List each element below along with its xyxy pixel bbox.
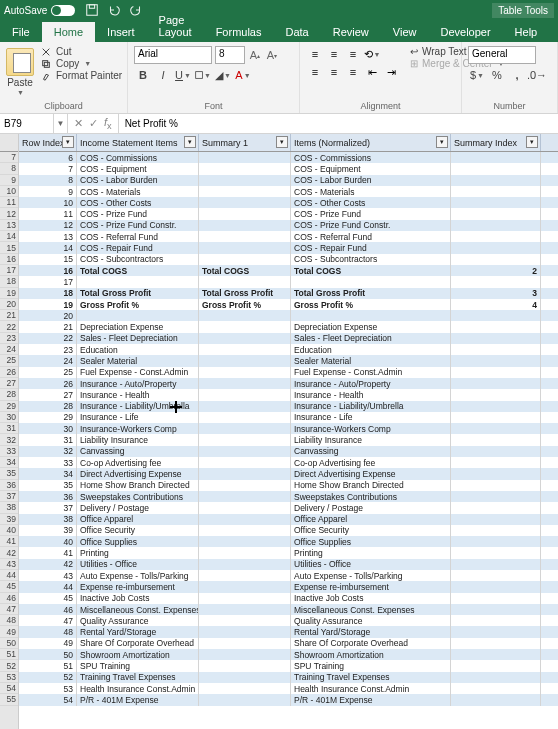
row-header[interactable]: 29 <box>0 401 18 412</box>
cell[interactable]: Insurance - Liability/Umbrella <box>77 401 199 412</box>
cell[interactable] <box>77 310 199 321</box>
cell[interactable] <box>199 581 291 592</box>
cell[interactable]: Fuel Expense - Const.Admin <box>77 367 199 378</box>
cell[interactable]: Fuel Expense - Const.Admin <box>291 367 451 378</box>
cell[interactable] <box>199 593 291 604</box>
cell[interactable] <box>199 446 291 457</box>
cell[interactable]: COS - Commissions <box>77 152 199 163</box>
tab-developer[interactable]: Developer <box>428 22 502 42</box>
cell[interactable]: 50 <box>19 649 77 660</box>
cell[interactable] <box>451 581 541 592</box>
cell[interactable]: Office Apparel <box>291 514 451 525</box>
filter-dropdown-icon[interactable]: ▾ <box>184 136 196 148</box>
cell[interactable]: COS - Prize Fund Constr. <box>291 220 451 231</box>
decrease-font-icon[interactable]: A▾ <box>265 48 279 62</box>
cell[interactable]: COS - Commissions <box>291 152 451 163</box>
cell[interactable]: 9 <box>19 186 77 197</box>
align-bottom-button[interactable]: ≡ <box>344 46 362 62</box>
cell[interactable]: 16 <box>19 265 77 276</box>
row-header[interactable]: 44 <box>0 570 18 581</box>
cell[interactable]: 42 <box>19 559 77 570</box>
tab-formulas[interactable]: Formulas <box>204 22 274 42</box>
cell[interactable]: Education <box>77 344 199 355</box>
cell[interactable]: Depreciation Expense <box>77 321 199 332</box>
cell[interactable]: Share Of Corporate Overhead <box>77 638 199 649</box>
row-header[interactable]: 40 <box>0 525 18 536</box>
cell[interactable]: 2 <box>451 265 541 276</box>
cell[interactable]: 43 <box>19 570 77 581</box>
cell[interactable] <box>451 175 541 186</box>
cell[interactable] <box>199 683 291 694</box>
cell[interactable] <box>451 321 541 332</box>
cell[interactable] <box>199 525 291 536</box>
align-top-button[interactable]: ≡ <box>306 46 324 62</box>
cell[interactable]: 3 <box>451 288 541 299</box>
cell[interactable] <box>199 514 291 525</box>
cell[interactable]: Delivery / Postage <box>77 502 199 513</box>
cell[interactable] <box>451 468 541 479</box>
filter-dropdown-icon[interactable]: ▾ <box>526 136 538 148</box>
cell[interactable]: COS - Repair Fund <box>291 242 451 253</box>
cell[interactable] <box>199 604 291 615</box>
row-header[interactable]: 36 <box>0 480 18 491</box>
cell[interactable]: Insurance - Life <box>291 412 451 423</box>
cell[interactable] <box>451 163 541 174</box>
cell[interactable] <box>451 638 541 649</box>
cell[interactable] <box>291 310 451 321</box>
cell[interactable] <box>199 638 291 649</box>
cell[interactable]: Share Of Corporate Overhead <box>291 638 451 649</box>
row-header[interactable]: 49 <box>0 626 18 637</box>
cell[interactable]: Depreciation Expense <box>291 321 451 332</box>
cell[interactable] <box>451 491 541 502</box>
row-header[interactable]: 8 <box>0 163 18 174</box>
cell[interactable]: Miscellaneous Const. Expenses <box>77 604 199 615</box>
cell[interactable]: Co-op Advertising fee <box>291 457 451 468</box>
row-header[interactable]: 10 <box>0 186 18 197</box>
cell[interactable]: Delivery / Postage <box>291 502 451 513</box>
font-name-select[interactable]: Arial <box>134 46 212 64</box>
cell[interactable]: P/R - 401M Expense <box>77 694 199 705</box>
cell[interactable]: Health Insurance Const.Admin <box>291 683 451 694</box>
cell[interactable]: COS - Other Costs <box>291 197 451 208</box>
increase-font-icon[interactable]: A▴ <box>248 48 262 62</box>
row-header[interactable]: 32 <box>0 434 18 445</box>
cell[interactable]: Showroom Amortization <box>77 649 199 660</box>
cell[interactable]: Education <box>291 344 451 355</box>
cell[interactable]: Expense re-imbursement <box>77 581 199 592</box>
cell[interactable]: COS - Equipment <box>77 163 199 174</box>
cut-button[interactable]: Cut <box>38 46 124 57</box>
cell[interactable] <box>199 378 291 389</box>
cell[interactable] <box>199 423 291 434</box>
copy-button[interactable]: Copy▼ <box>38 58 124 69</box>
cell[interactable] <box>451 389 541 400</box>
cell[interactable]: Insurance - Health <box>77 389 199 400</box>
cell[interactable]: Sales - Fleet Depreciation <box>291 333 451 344</box>
cell[interactable]: P/R - 401M Expense <box>291 694 451 705</box>
cancel-formula-icon[interactable]: ✕ <box>74 117 83 130</box>
filter-dropdown-icon[interactable]: ▾ <box>62 136 74 148</box>
paste-button[interactable]: Paste ▼ <box>6 46 34 96</box>
cell[interactable] <box>451 615 541 626</box>
bold-button[interactable]: B <box>134 66 152 84</box>
cell[interactable] <box>451 423 541 434</box>
cell[interactable] <box>451 547 541 558</box>
currency-button[interactable]: $▼ <box>468 66 486 84</box>
cell[interactable] <box>199 434 291 445</box>
cell[interactable]: Utilities - Office <box>291 559 451 570</box>
row-header[interactable]: 33 <box>0 446 18 457</box>
cell[interactable]: COS - Referral Fund <box>291 231 451 242</box>
cell[interactable]: 52 <box>19 672 77 683</box>
cell[interactable]: 23 <box>19 344 77 355</box>
cell[interactable]: Canvassing <box>77 446 199 457</box>
cell[interactable]: 53 <box>19 683 77 694</box>
row-header[interactable]: 35 <box>0 468 18 479</box>
cell[interactable]: Insurance - Health <box>291 389 451 400</box>
increase-indent-button[interactable]: ⇥ <box>382 64 400 80</box>
cell[interactable]: 35 <box>19 480 77 491</box>
row-header[interactable]: 18 <box>0 276 18 287</box>
number-format-select[interactable]: General <box>468 46 536 64</box>
row-header[interactable]: 15 <box>0 242 18 253</box>
cell[interactable] <box>199 626 291 637</box>
cell[interactable] <box>451 525 541 536</box>
cell[interactable] <box>199 231 291 242</box>
